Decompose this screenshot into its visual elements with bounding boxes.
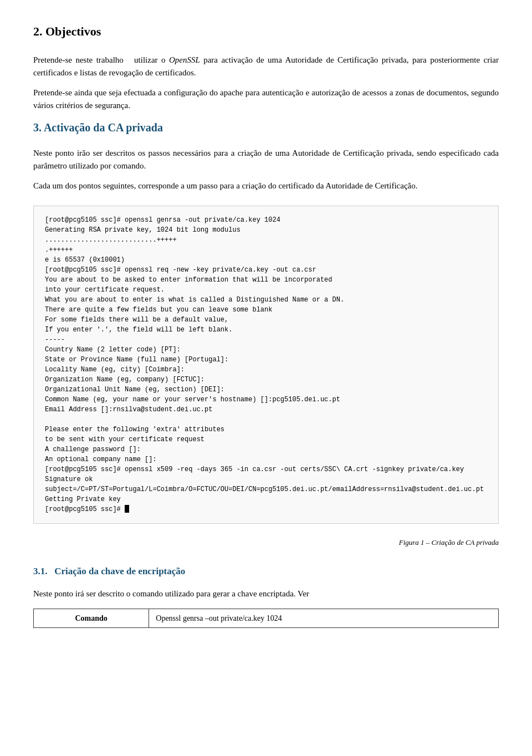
section3-1: 3.1. Criação da chave de encriptação Nes… [33, 564, 499, 628]
section3-1-para1: Neste ponto irá ser descrito o comando u… [33, 588, 499, 600]
section2-para2: Pretende-se ainda que seja efectuada a c… [33, 86, 499, 111]
section3-para2: Cada um dos pontos seguintes, correspond… [33, 180, 499, 192]
section2-heading: 2. Objectivos [33, 22, 499, 40]
section2-para1: Pretende-se neste trabalho utilizar o Op… [33, 54, 499, 79]
command-table: Comando Openssl genrsa –out private/ca.k… [33, 609, 499, 628]
section3-1-heading: 3.1. Criação da chave de encriptação [33, 564, 499, 579]
apache-word: apache [220, 88, 243, 97]
section3-para1: Neste ponto irão ser descritos os passos… [33, 147, 499, 172]
section3-1-number: 3.1. [33, 566, 48, 576]
table-row: Comando Openssl genrsa –out private/ca.k… [34, 609, 499, 628]
code-block-ca: [root@pcg5105 ssc]# openssl genrsa -out … [33, 206, 499, 524]
section3-1-label: Criação da chave de encriptação [54, 566, 185, 576]
table-col2-value: Openssl genrsa –out private/ca.key 1024 [149, 609, 499, 628]
table-col1-header: Comando [34, 609, 149, 628]
openssl-italic: OpenSSL [169, 55, 200, 64]
figure-caption: Figura 1 – Criação de CA privada [33, 537, 499, 548]
section3-heading: 3. Activação da CA privada [33, 119, 499, 136]
cursor-block [125, 505, 129, 513]
